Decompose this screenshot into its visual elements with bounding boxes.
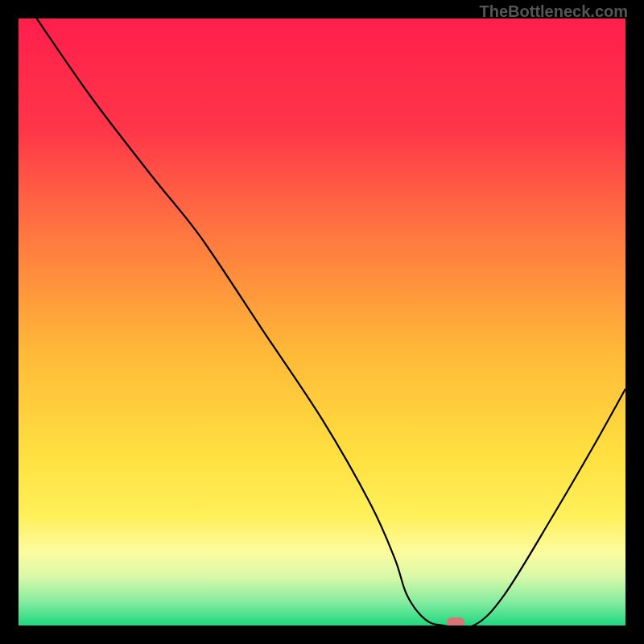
optimal-marker xyxy=(447,617,464,625)
bottleneck-curve xyxy=(19,19,625,625)
plot-area xyxy=(19,19,625,625)
watermark-text: TheBottleneck.com xyxy=(480,2,628,21)
